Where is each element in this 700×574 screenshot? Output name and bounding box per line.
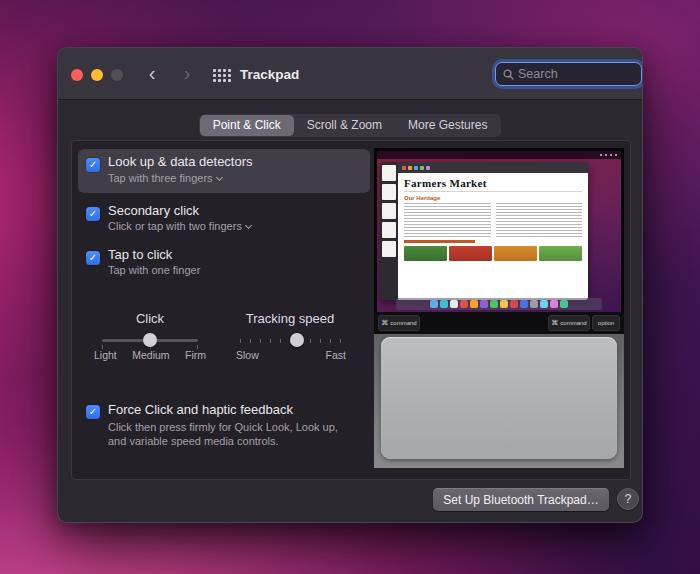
tracking-speed-tick-labels: Slow Fast: [236, 349, 346, 361]
show-all-preferences-icon[interactable]: [213, 69, 231, 82]
search-icon: [503, 69, 514, 80]
demo-document: Farmers Market Our Heritage: [398, 173, 588, 300]
back-icon[interactable]: ‹: [142, 61, 162, 85]
secondary-click-checkbox[interactable]: ✓: [86, 207, 100, 221]
tracking-speed-track[interactable]: [240, 339, 341, 343]
secondary-click-label: Secondary click: [108, 203, 199, 218]
demo-keyboard-row: ⌘ command ⌘ command option: [374, 312, 624, 334]
click-slider-track[interactable]: [102, 339, 198, 342]
demo-page-thumbnails: [380, 162, 398, 300]
demo-document-title: Farmers Market: [404, 177, 582, 189]
tick-label-slow: Slow: [236, 349, 259, 361]
lookup-detail-text: Tap with three fingers: [108, 172, 213, 184]
gesture-demo-video: Farmers Market Our Heritage: [374, 148, 624, 468]
demo-vegetable-photos: [404, 246, 582, 261]
demo-screen: Farmers Market Our Heritage: [374, 148, 624, 312]
window-title: Trackpad: [240, 67, 299, 82]
titlebar: ‹ › Trackpad: [58, 48, 642, 100]
tab-point-and-click[interactable]: Point & Click: [200, 115, 294, 136]
search-field[interactable]: [495, 62, 642, 86]
command-symbol: ⌘: [381, 319, 388, 327]
point-and-click-panel: ✓ Look up & data detectors Tap with thre…: [71, 140, 631, 480]
tick-label-light: Light: [94, 349, 117, 361]
command-symbol: ⌘: [551, 319, 558, 327]
force-click-detail: Click then press firmly for Quick Look, …: [108, 420, 358, 448]
tick-label-firm: Firm: [185, 349, 206, 361]
option-key-label: option: [598, 320, 614, 326]
tap-to-click-checkbox[interactable]: ✓: [86, 251, 100, 265]
secondary-click-detail-text: Click or tap with two fingers: [108, 220, 242, 232]
demo-document-heading: Our Heritage: [404, 195, 582, 201]
click-slider-label: Click: [100, 311, 200, 326]
search-input[interactable]: [518, 67, 634, 81]
close-button[interactable]: [71, 69, 83, 81]
demo-document-subheading: [404, 240, 475, 243]
zoom-button: [111, 69, 123, 81]
trackpad-preferences-window: ‹ › Trackpad Point & Click Scroll & Zoom…: [57, 47, 643, 523]
chevron-down-icon: [245, 221, 252, 228]
demo-text-block: [404, 203, 491, 237]
lookup-checkbox[interactable]: ✓: [86, 158, 100, 172]
tab-segmented-control: Point & Click Scroll & Zoom More Gesture…: [199, 114, 502, 137]
demo-desktop: Farmers Market Our Heritage: [377, 151, 621, 312]
click-slider-thumb[interactable]: [143, 333, 157, 347]
demo-text-block: [496, 203, 583, 237]
setup-bluetooth-trackpad-button[interactable]: Set Up Bluetooth Trackpad…: [433, 488, 609, 511]
tracking-speed-label: Tracking speed: [222, 311, 358, 326]
trackpad-surface: [381, 337, 617, 459]
tracking-speed-thumb[interactable]: [290, 333, 304, 347]
tab-bar: Point & Click Scroll & Zoom More Gesture…: [58, 114, 642, 137]
demo-dock: [396, 298, 602, 310]
tap-to-click-label: Tap to click: [108, 247, 172, 262]
force-click-label: Force Click and haptic feedback: [108, 402, 293, 417]
lookup-label: Look up & data detectors: [108, 154, 253, 169]
click-slider-tick-labels: Light Medium Firm: [94, 349, 206, 361]
command-key-label: command: [560, 320, 586, 326]
demo-menubar: [377, 151, 621, 159]
demo-pages-window: Farmers Market Our Heritage: [380, 162, 588, 300]
minimize-button[interactable]: [91, 69, 103, 81]
demo-toolbar: [398, 162, 588, 173]
force-click-checkbox[interactable]: ✓: [86, 405, 100, 419]
tab-more-gestures[interactable]: More Gestures: [395, 115, 500, 136]
tab-scroll-and-zoom[interactable]: Scroll & Zoom: [294, 115, 395, 136]
help-button[interactable]: ?: [617, 488, 639, 510]
tick-label-fast: Fast: [326, 349, 346, 361]
tick-label-medium: Medium: [132, 349, 169, 361]
forward-icon[interactable]: ›: [177, 61, 197, 85]
command-key-label: command: [390, 320, 416, 326]
tap-to-click-detail-text: Tap with one finger: [108, 264, 200, 276]
demo-trackpad-photo: [374, 334, 624, 468]
lookup-detail-dropdown[interactable]: Tap with three fingers: [108, 172, 222, 184]
option-keycap: option: [592, 315, 620, 331]
command-keycap: ⌘ command: [548, 315, 590, 331]
chevron-down-icon: [216, 173, 223, 180]
command-keycap: ⌘ command: [378, 315, 420, 331]
tap-to-click-detail: Tap with one finger: [108, 264, 200, 276]
secondary-click-detail-dropdown[interactable]: Click or tap with two fingers: [108, 220, 251, 232]
